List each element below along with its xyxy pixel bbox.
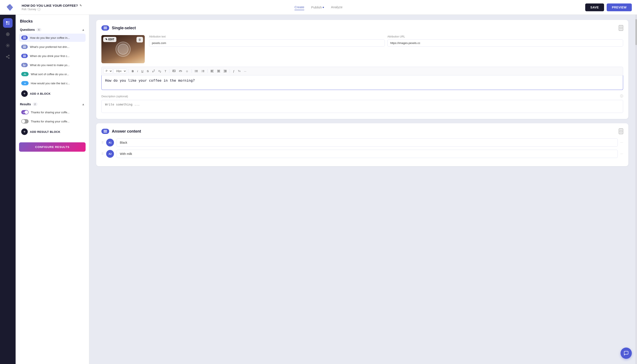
sidebar-item-settings[interactable] [3, 41, 12, 50]
chat-button[interactable] [620, 348, 632, 359]
editor-toolbar: P 16px B i U S x2 x2 T [102, 67, 623, 76]
toolbar-divider-3 [192, 69, 192, 73]
block-label-2: When do you drink your first c... [30, 54, 78, 58]
results-collapse-btn[interactable]: ▲ [82, 102, 85, 106]
result-item-1[interactable]: Thanks for sharing your coffe... ··· [19, 117, 86, 126]
pencil-icon: ✎ [105, 38, 108, 41]
answer-input-0[interactable] [116, 138, 618, 147]
insert-link-button[interactable] [178, 69, 183, 74]
blocks-icon [6, 21, 10, 25]
attribution-fields: Attribution text Attribution URL [149, 35, 623, 46]
drag-handle-0[interactable]: ⠿ [102, 141, 104, 144]
description-label-row: Description (optional) ⓘ [102, 94, 623, 98]
bold-button[interactable]: B [130, 69, 135, 74]
delete-image-button[interactable]: 🗑 [136, 37, 143, 42]
nav-create[interactable]: Create [294, 4, 304, 10]
align-right-button[interactable] [222, 69, 228, 74]
svg-rect-40 [202, 72, 204, 72]
answer-card-gear-button[interactable]: ⚙ [619, 128, 623, 134]
sidebar-item-targeting[interactable] [3, 30, 12, 39]
answer-more-0[interactable]: ··· [620, 140, 623, 144]
svg-rect-20 [23, 46, 26, 47]
question-textarea[interactable]: How do you like your coffee in the morni… [102, 76, 623, 90]
nav-analyze[interactable]: Analyze [331, 4, 342, 10]
clear-text-button[interactable]: Tx [236, 69, 242, 73]
svg-point-9 [8, 34, 8, 34]
attribution-text-input[interactable] [149, 40, 385, 46]
publish-dot [322, 7, 324, 8]
block-item-3[interactable]: What do you need to make yo... ··· [19, 61, 86, 69]
single-select-icon [104, 27, 107, 29]
configure-results-button[interactable]: CONFIGURE RESULTS [19, 142, 86, 152]
align-center-button[interactable] [216, 69, 222, 74]
description-info-icon[interactable]: ⓘ [620, 94, 623, 98]
svg-rect-5 [6, 23, 8, 25]
edit-image-button[interactable]: ✎ EDIT [103, 37, 116, 42]
preview-button[interactable]: PREVIEW [607, 4, 632, 11]
edit-image-label: EDIT [108, 38, 114, 41]
strikethrough-button[interactable]: S [146, 69, 150, 74]
attribution-section: Attribution text Attribution URL [149, 35, 623, 46]
sidebar-item-share[interactable] [3, 52, 12, 62]
answer-more-1[interactable]: ··· [620, 152, 623, 156]
insert-emoji-button[interactable]: ☺ [184, 69, 190, 74]
answer-content-icon [104, 130, 107, 132]
underline-button[interactable]: U [140, 69, 144, 74]
block-item-5[interactable]: ★ How would you rate the last c... ··· [19, 79, 86, 87]
drag-handle-1[interactable]: ⠿ [102, 152, 104, 156]
blocks-title: Blocks [19, 19, 86, 24]
subscript-button[interactable]: x2 [157, 68, 162, 74]
more-options-button[interactable]: ··· [243, 69, 248, 74]
save-button[interactable]: SAVE [585, 4, 604, 11]
font-size-select[interactable]: 16px [114, 68, 127, 74]
logo-section[interactable] [5, 2, 15, 12]
add-result-block-button[interactable]: + ADD RESULT BLOCK [19, 126, 86, 137]
bullet-list-button[interactable] [194, 69, 199, 74]
questions-collapse-btn[interactable]: ▲ [82, 28, 85, 32]
block-item-4[interactable]: What sort of coffee do you or... ··· [19, 70, 86, 78]
svg-rect-30 [104, 28, 107, 29]
single-select-gear-button[interactable]: ⚙ [619, 25, 623, 31]
edit-title-icon[interactable]: ✎ [80, 4, 82, 7]
nav-publish[interactable]: Publish [311, 4, 324, 10]
description-label: Description (optional) [102, 95, 128, 98]
single-select-title: Single-select [112, 26, 136, 30]
italic-format-button[interactable]: ƒ [232, 69, 236, 74]
block-item-1[interactable]: What's your preferred hot drin... ··· [19, 43, 86, 51]
clear-format-button[interactable]: T [163, 69, 168, 74]
svg-point-32 [173, 70, 174, 71]
insert-image-button[interactable] [171, 69, 177, 74]
right-scrollbar[interactable] [635, 15, 637, 364]
svg-point-11 [8, 55, 9, 56]
svg-rect-47 [224, 70, 227, 70]
attribution-url-input[interactable] [388, 40, 623, 46]
svg-line-14 [7, 56, 8, 56]
description-textarea[interactable] [102, 100, 623, 113]
block-label-5: How would you rate the last c... [31, 82, 78, 85]
numbered-list-button[interactable]: 1.2. [200, 69, 206, 74]
svg-rect-44 [217, 70, 220, 70]
block-icon-0 [21, 36, 28, 40]
superscript-button[interactable]: x2 [151, 68, 156, 74]
info-icon[interactable]: i [38, 8, 40, 11]
answer-badge-0: A1 [106, 139, 114, 146]
app-logo [5, 2, 15, 12]
answer-card-title-section: Answer content [102, 129, 141, 134]
results-section-header: Results 2 ▲ [19, 102, 86, 106]
block-label-0: How do you like your coffee in... [30, 36, 78, 40]
results-header-right: ▲ [82, 102, 85, 106]
toolbar-divider-4 [207, 69, 208, 73]
italic-button[interactable]: i [136, 69, 139, 74]
paragraph-select[interactable]: P [103, 68, 113, 74]
block-item-0[interactable]: How do you like your coffee in... ··· [19, 34, 86, 42]
add-block-button[interactable]: + ADD A BLOCK [19, 88, 86, 99]
svg-point-13 [8, 58, 9, 58]
block-item-2[interactable]: When do you drink your first c... ··· [19, 52, 86, 60]
answer-input-1[interactable] [116, 150, 618, 158]
questions-section-header: Questions 6 ▲ [19, 28, 86, 32]
sidebar-item-blocks[interactable] [3, 18, 12, 28]
svg-rect-29 [104, 28, 107, 28]
align-left-button[interactable] [209, 69, 215, 74]
svg-point-10 [7, 45, 8, 46]
result-item-0[interactable]: Thanks for sharing your coffe... ··· [19, 108, 86, 116]
